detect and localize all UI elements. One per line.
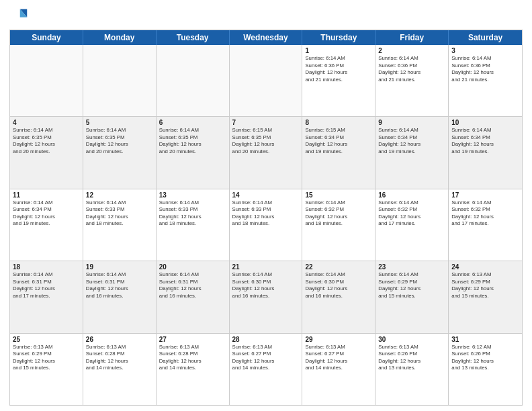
calendar-cell: 24Sunrise: 6:13 AM Sunset: 6:29 PM Dayli… bbox=[449, 261, 522, 332]
cell-info: Sunrise: 6:13 AM Sunset: 6:28 PM Dayligh… bbox=[86, 344, 153, 372]
cell-info: Sunrise: 6:14 AM Sunset: 6:35 PM Dayligh… bbox=[159, 127, 226, 155]
cell-info: Sunrise: 6:14 AM Sunset: 6:36 PM Dayligh… bbox=[451, 55, 519, 83]
day-number: 23 bbox=[378, 263, 445, 271]
calendar-cell: 2Sunrise: 6:14 AM Sunset: 6:36 PM Daylig… bbox=[375, 45, 449, 116]
calendar-cell: 19Sunrise: 6:14 AM Sunset: 6:31 PM Dayli… bbox=[83, 261, 157, 332]
logo-icon bbox=[9, 7, 28, 26]
day-number: 22 bbox=[305, 263, 372, 271]
calendar: SundayMondayTuesdayWednesdayThursdayFrid… bbox=[9, 30, 523, 406]
day-number: 30 bbox=[378, 336, 445, 343]
calendar-row-4: 25Sunrise: 6:13 AM Sunset: 6:29 PM Dayli… bbox=[10, 334, 522, 405]
day-number: 31 bbox=[451, 336, 519, 343]
cell-info: Sunrise: 6:15 AM Sunset: 6:34 PM Dayligh… bbox=[305, 127, 372, 155]
calendar-cell: 1Sunrise: 6:14 AM Sunset: 6:36 PM Daylig… bbox=[302, 45, 375, 116]
day-number: 26 bbox=[86, 336, 153, 343]
day-number: 11 bbox=[13, 191, 80, 199]
day-number: 10 bbox=[451, 119, 519, 126]
calendar-cell bbox=[230, 45, 303, 116]
calendar-cell: 22Sunrise: 6:14 AM Sunset: 6:30 PM Dayli… bbox=[302, 261, 375, 332]
cell-info: Sunrise: 6:13 AM Sunset: 6:28 PM Dayligh… bbox=[159, 344, 226, 372]
day-number: 2 bbox=[378, 47, 445, 54]
cell-info: Sunrise: 6:13 AM Sunset: 6:29 PM Dayligh… bbox=[451, 271, 519, 300]
calendar-cell bbox=[157, 45, 230, 116]
header-day-monday: Monday bbox=[83, 30, 157, 45]
calendar-cell bbox=[10, 45, 83, 116]
calendar-cell: 15Sunrise: 6:14 AM Sunset: 6:32 PM Dayli… bbox=[302, 189, 375, 261]
day-number: 16 bbox=[378, 191, 445, 199]
day-number: 19 bbox=[86, 263, 153, 271]
calendar-cell: 11Sunrise: 6:14 AM Sunset: 6:34 PM Dayli… bbox=[10, 189, 83, 261]
calendar-row-2: 11Sunrise: 6:14 AM Sunset: 6:34 PM Dayli… bbox=[10, 189, 522, 261]
header-day-saturday: Saturday bbox=[449, 30, 522, 45]
day-number: 21 bbox=[232, 263, 300, 271]
calendar-cell: 23Sunrise: 6:14 AM Sunset: 6:29 PM Dayli… bbox=[375, 261, 449, 332]
day-number: 29 bbox=[305, 336, 372, 343]
day-number: 18 bbox=[13, 263, 80, 271]
calendar-cell: 17Sunrise: 6:14 AM Sunset: 6:32 PM Dayli… bbox=[449, 189, 522, 261]
cell-info: Sunrise: 6:14 AM Sunset: 6:35 PM Dayligh… bbox=[86, 127, 153, 155]
calendar-cell bbox=[83, 45, 157, 116]
calendar-cell: 14Sunrise: 6:14 AM Sunset: 6:33 PM Dayli… bbox=[230, 189, 303, 261]
cell-info: Sunrise: 6:14 AM Sunset: 6:34 PM Dayligh… bbox=[378, 127, 445, 155]
day-number: 28 bbox=[232, 336, 300, 343]
cell-info: Sunrise: 6:13 AM Sunset: 6:27 PM Dayligh… bbox=[232, 344, 300, 372]
day-number: 20 bbox=[159, 263, 226, 271]
day-number: 17 bbox=[451, 191, 519, 199]
day-number: 3 bbox=[451, 47, 519, 54]
calendar-cell: 16Sunrise: 6:14 AM Sunset: 6:32 PM Dayli… bbox=[375, 189, 449, 261]
header-day-sunday: Sunday bbox=[10, 30, 83, 45]
calendar-cell: 8Sunrise: 6:15 AM Sunset: 6:34 PM Daylig… bbox=[302, 117, 375, 188]
cell-info: Sunrise: 6:13 AM Sunset: 6:27 PM Dayligh… bbox=[305, 344, 372, 372]
day-number: 4 bbox=[13, 119, 80, 126]
day-number: 5 bbox=[86, 119, 153, 126]
cell-info: Sunrise: 6:14 AM Sunset: 6:34 PM Dayligh… bbox=[451, 127, 519, 155]
cell-info: Sunrise: 6:14 AM Sunset: 6:29 PM Dayligh… bbox=[378, 271, 445, 300]
cell-info: Sunrise: 6:12 AM Sunset: 6:26 PM Dayligh… bbox=[451, 344, 519, 372]
calendar-row-0: 1Sunrise: 6:14 AM Sunset: 6:36 PM Daylig… bbox=[10, 45, 522, 117]
day-number: 24 bbox=[451, 263, 519, 271]
cell-info: Sunrise: 6:14 AM Sunset: 6:33 PM Dayligh… bbox=[159, 199, 226, 228]
calendar-cell: 27Sunrise: 6:13 AM Sunset: 6:28 PM Dayli… bbox=[157, 334, 230, 405]
calendar-header: SundayMondayTuesdayWednesdayThursdayFrid… bbox=[10, 30, 522, 45]
calendar-cell: 18Sunrise: 6:14 AM Sunset: 6:31 PM Dayli… bbox=[10, 261, 83, 332]
calendar-cell: 6Sunrise: 6:14 AM Sunset: 6:35 PM Daylig… bbox=[157, 117, 230, 188]
calendar-cell: 9Sunrise: 6:14 AM Sunset: 6:34 PM Daylig… bbox=[375, 117, 449, 188]
cell-info: Sunrise: 6:14 AM Sunset: 6:32 PM Dayligh… bbox=[305, 199, 372, 228]
day-number: 9 bbox=[378, 119, 445, 126]
calendar-cell: 4Sunrise: 6:14 AM Sunset: 6:35 PM Daylig… bbox=[10, 117, 83, 188]
cell-info: Sunrise: 6:14 AM Sunset: 6:33 PM Dayligh… bbox=[86, 199, 153, 228]
cell-info: Sunrise: 6:14 AM Sunset: 6:36 PM Dayligh… bbox=[305, 55, 372, 83]
calendar-cell: 10Sunrise: 6:14 AM Sunset: 6:34 PM Dayli… bbox=[449, 117, 522, 188]
day-number: 27 bbox=[159, 336, 226, 343]
calendar-cell: 30Sunrise: 6:13 AM Sunset: 6:26 PM Dayli… bbox=[375, 334, 449, 405]
cell-info: Sunrise: 6:13 AM Sunset: 6:26 PM Dayligh… bbox=[378, 344, 445, 372]
calendar-cell: 5Sunrise: 6:14 AM Sunset: 6:35 PM Daylig… bbox=[83, 117, 157, 188]
header-day-wednesday: Wednesday bbox=[230, 30, 303, 45]
calendar-cell: 3Sunrise: 6:14 AM Sunset: 6:36 PM Daylig… bbox=[449, 45, 522, 116]
calendar-cell: 29Sunrise: 6:13 AM Sunset: 6:27 PM Dayli… bbox=[302, 334, 375, 405]
calendar-body: 1Sunrise: 6:14 AM Sunset: 6:36 PM Daylig… bbox=[10, 45, 522, 405]
cell-info: Sunrise: 6:14 AM Sunset: 6:35 PM Dayligh… bbox=[13, 127, 80, 155]
cell-info: Sunrise: 6:15 AM Sunset: 6:35 PM Dayligh… bbox=[232, 127, 300, 155]
header-day-tuesday: Tuesday bbox=[157, 30, 230, 45]
cell-info: Sunrise: 6:14 AM Sunset: 6:31 PM Dayligh… bbox=[159, 271, 226, 300]
calendar-cell: 25Sunrise: 6:13 AM Sunset: 6:29 PM Dayli… bbox=[10, 334, 83, 405]
calendar-cell: 21Sunrise: 6:14 AM Sunset: 6:30 PM Dayli… bbox=[230, 261, 303, 332]
day-number: 7 bbox=[232, 119, 300, 126]
calendar-row-3: 18Sunrise: 6:14 AM Sunset: 6:31 PM Dayli… bbox=[10, 261, 522, 333]
logo bbox=[9, 7, 31, 26]
calendar-cell: 26Sunrise: 6:13 AM Sunset: 6:28 PM Dayli… bbox=[83, 334, 157, 405]
day-number: 8 bbox=[305, 119, 372, 126]
day-number: 13 bbox=[159, 191, 226, 199]
cell-info: Sunrise: 6:14 AM Sunset: 6:34 PM Dayligh… bbox=[13, 199, 80, 228]
cell-info: Sunrise: 6:14 AM Sunset: 6:31 PM Dayligh… bbox=[13, 271, 80, 300]
calendar-cell: 28Sunrise: 6:13 AM Sunset: 6:27 PM Dayli… bbox=[230, 334, 303, 405]
cell-info: Sunrise: 6:14 AM Sunset: 6:32 PM Dayligh… bbox=[451, 199, 519, 228]
day-number: 14 bbox=[232, 191, 300, 199]
cell-info: Sunrise: 6:14 AM Sunset: 6:32 PM Dayligh… bbox=[378, 199, 445, 228]
cell-info: Sunrise: 6:14 AM Sunset: 6:36 PM Dayligh… bbox=[378, 55, 445, 83]
calendar-cell: 13Sunrise: 6:14 AM Sunset: 6:33 PM Dayli… bbox=[157, 189, 230, 261]
day-number: 6 bbox=[159, 119, 226, 126]
calendar-cell: 20Sunrise: 6:14 AM Sunset: 6:31 PM Dayli… bbox=[157, 261, 230, 332]
page-header bbox=[9, 7, 523, 26]
